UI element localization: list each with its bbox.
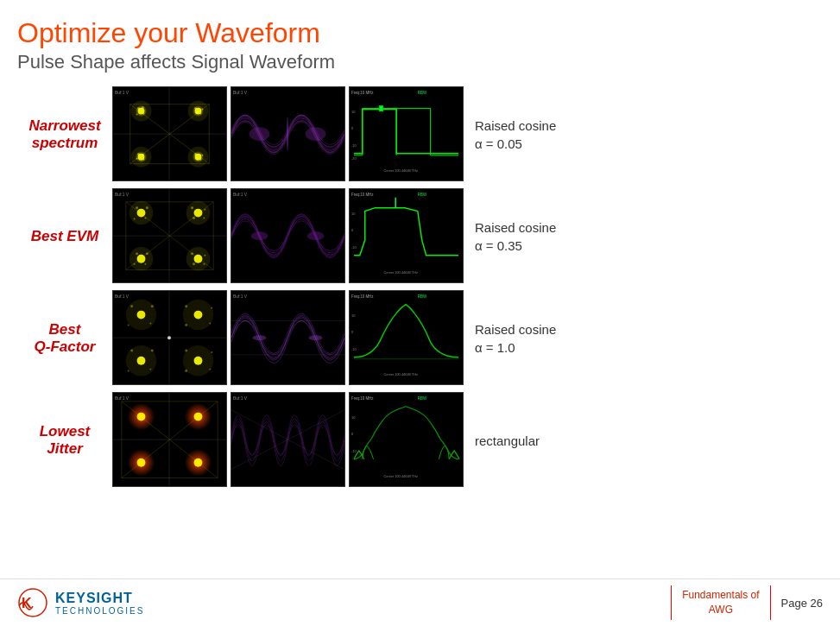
footer-description: Fundamentals ofAWG	[682, 588, 759, 617]
svg-point-109	[167, 336, 171, 339]
svg-point-154	[194, 413, 203, 421]
spectrum-1-2: Freq:10 MHz RBW 10 0 -10 Center 100.4464…	[349, 188, 464, 283]
svg-rect-86	[231, 189, 344, 282]
svg-point-80	[146, 252, 148, 255]
svg-text:-20: -20	[351, 156, 357, 161]
svg-rect-43	[350, 87, 463, 180]
svg-point-40	[249, 127, 270, 141]
svg-point-21	[137, 107, 140, 110]
spectrum-1-3: Freq:10 MHz RBW 10 0 -10 Center 100.4464…	[349, 290, 464, 385]
spectrum-1-1: Freq:10 MHz RBW	[349, 86, 464, 181]
svg-point-72	[146, 206, 148, 209]
brand-name: KEYSIGHT	[55, 591, 144, 606]
svg-point-81	[191, 252, 193, 255]
svg-point-107	[137, 357, 146, 365]
constellation-1-4: Buf:1 V	[112, 392, 227, 487]
svg-point-70	[144, 218, 146, 219]
svg-point-106	[194, 311, 203, 319]
footer-divider-2	[770, 585, 771, 620]
svg-point-122	[185, 349, 187, 351]
svg-text:-10: -10	[351, 347, 357, 351]
svg-point-108	[194, 357, 203, 365]
svg-point-118	[130, 349, 133, 351]
svg-text:-10: -10	[351, 245, 357, 250]
svg-point-156	[194, 458, 203, 467]
svg-rect-127	[231, 291, 344, 384]
svg-point-27	[196, 111, 199, 114]
images-row-1: Buf:1 V Buf:1 V	[112, 84, 464, 184]
constellation-1-1: Buf:1 V	[112, 86, 227, 181]
svg-point-73	[191, 206, 193, 209]
svg-point-29	[137, 153, 140, 155]
svg-point-115	[209, 322, 211, 324]
images-row-3: Buf:1 V Buf:1 V	[112, 288, 464, 388]
svg-point-89	[307, 231, 325, 240]
label-row-3: BestQ-Factor	[17, 288, 112, 389]
svg-text:Buf:1 V: Buf:1 V	[233, 193, 248, 197]
svg-text:RBW: RBW	[418, 396, 427, 401]
svg-point-74	[203, 218, 205, 219]
svg-point-132	[309, 335, 323, 340]
svg-point-31	[136, 158, 138, 160]
svg-point-105	[137, 311, 146, 319]
svg-text:-10: -10	[351, 449, 357, 453]
svg-point-68	[194, 255, 203, 263]
svg-point-32	[142, 154, 144, 156]
svg-point-120	[128, 370, 129, 372]
left-labels: Narrowestspectrum Best EVM BestQ-Factor …	[17, 84, 112, 491]
eye-1-4: Buf:1 V	[231, 392, 345, 487]
eye-1-3: Buf:1 V	[231, 290, 345, 385]
label-row-2: Best EVM	[17, 186, 112, 288]
svg-point-66	[194, 209, 203, 218]
right-label-1: Raised cosineα = 0.05	[471, 84, 609, 186]
svg-point-67	[137, 255, 146, 263]
label-row-1: Narrowestspectrum	[17, 84, 112, 186]
svg-point-119	[149, 369, 151, 370]
svg-point-114	[185, 305, 187, 307]
svg-text:Freq:10 MHz: Freq:10 MHz	[351, 396, 374, 401]
svg-point-82	[203, 263, 205, 265]
svg-point-113	[151, 305, 154, 307]
right-labels: Raised cosineα = 0.05 Raised cosineα = 0…	[471, 84, 609, 491]
svg-rect-46	[379, 106, 382, 111]
svg-point-123	[209, 369, 211, 370]
svg-point-28	[201, 109, 203, 111]
svg-point-75	[193, 217, 195, 219]
eye-1-1: Buf:1 V	[231, 86, 345, 181]
svg-point-33	[194, 153, 197, 155]
svg-point-124	[185, 370, 187, 372]
svg-text:Buf:1 V: Buf:1 V	[115, 396, 129, 401]
images-grid: Buf:1 V Buf:1 V	[112, 84, 464, 490]
right-label-2: Raised cosineα = 0.35	[471, 186, 609, 288]
label-row-4: LowestJitter	[17, 389, 112, 491]
svg-point-78	[144, 263, 146, 265]
svg-text:Freq:10 MHz: Freq:10 MHz	[351, 294, 374, 299]
svg-point-79	[134, 263, 136, 265]
images-row-2: Buf:1 V Buf:1 V	[112, 186, 464, 286]
svg-point-125	[211, 351, 212, 353]
svg-point-77	[136, 252, 138, 255]
svg-point-41	[287, 117, 288, 150]
svg-text:Freq:10 MHz: Freq:10 MHz	[351, 91, 374, 95]
svg-point-22	[142, 113, 144, 115]
right-label-4: rectangular	[471, 389, 609, 491]
svg-point-69	[136, 206, 138, 209]
footer-divider	[671, 585, 672, 620]
svg-text:Freq:10 MHz: Freq:10 MHz	[351, 193, 374, 197]
svg-point-34	[199, 159, 201, 161]
svg-text:Center 100.44648 THz: Center 100.44648 THz	[383, 168, 418, 173]
svg-point-76	[204, 209, 205, 211]
svg-point-112	[128, 324, 129, 326]
footer-right: Fundamentals ofAWG Page 26	[660, 585, 823, 620]
svg-point-153	[137, 413, 146, 421]
svg-text:Buf:1 V: Buf:1 V	[233, 91, 248, 95]
svg-text:Buf:1 V: Buf:1 V	[115, 294, 129, 299]
right-label-3: Raised cosineα = 1.0	[471, 288, 609, 389]
svg-point-155	[137, 458, 146, 467]
svg-text:Center 100.44648 THz: Center 100.44648 THz	[383, 270, 418, 275]
svg-text:RBW: RBW	[418, 193, 427, 197]
svg-point-65	[137, 209, 146, 218]
keysight-logo-icon: K	[17, 587, 48, 618]
constellation-1-2: Buf:1 V	[112, 188, 227, 283]
constellation-1-3: Buf:1 V	[112, 290, 227, 385]
